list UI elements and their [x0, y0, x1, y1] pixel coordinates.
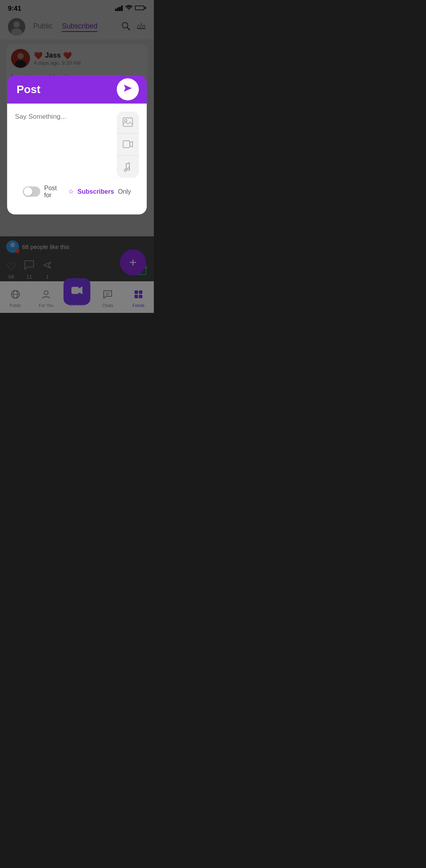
- svg-point-24: [127, 168, 130, 170]
- image-button[interactable]: [117, 111, 139, 133]
- modal-body: Post for ☆ Subscribers Only: [7, 103, 147, 214]
- music-button[interactable]: [117, 155, 139, 178]
- subscribers-toggle[interactable]: [23, 186, 40, 196]
- svg-point-18: [125, 120, 127, 122]
- post-modal: Post: [7, 75, 147, 214]
- svg-point-23: [124, 169, 127, 171]
- subscribers-label[interactable]: Subscribers: [78, 188, 114, 195]
- only-label: Only: [118, 188, 131, 195]
- media-buttons: [117, 111, 139, 178]
- modal-overlay: Post: [0, 0, 154, 313]
- post-text-input[interactable]: [15, 111, 113, 178]
- send-button[interactable]: [117, 78, 139, 100]
- post-for-label: Post for: [44, 184, 64, 198]
- svg-rect-17: [123, 118, 133, 127]
- svg-marker-16: [124, 84, 132, 92]
- send-icon: [123, 84, 133, 95]
- svg-rect-19: [123, 141, 130, 148]
- star-icon: ☆: [68, 188, 74, 195]
- video-button[interactable]: [117, 133, 139, 155]
- svg-line-22: [126, 163, 129, 164]
- modal-footer: Post for ☆ Subscribers Only: [15, 178, 139, 206]
- modal-title: Post: [17, 83, 41, 95]
- modal-header: Post: [7, 75, 147, 103]
